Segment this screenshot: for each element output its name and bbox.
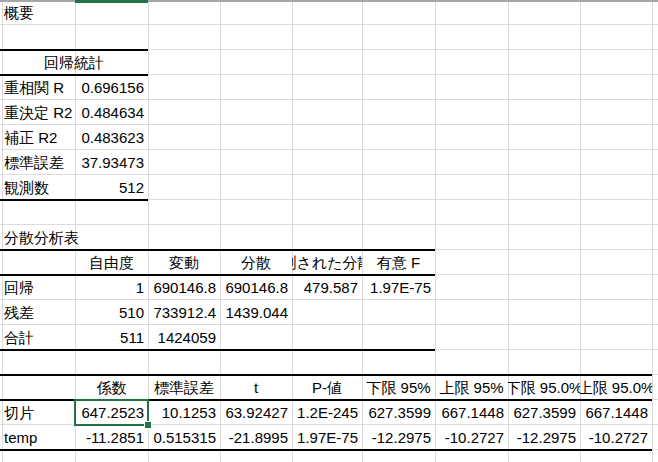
cell-d16[interactable]: t — [220, 375, 292, 400]
cell-b13[interactable]: 510 — [75, 300, 148, 325]
lower-95-0-header: 下限 95.0% — [508, 375, 580, 400]
table-row: temp -11.2851 0.515315 -21.8995 1.97E-75… — [0, 425, 652, 450]
cell-d18[interactable]: -21.8995 — [220, 425, 292, 450]
cell-e13[interactable] — [292, 300, 362, 325]
cell-a4[interactable]: 重相関 R — [0, 75, 75, 100]
cell-b12[interactable]: 1 — [75, 275, 148, 300]
cell-f12[interactable]: 1.97E-75 — [362, 275, 435, 300]
cell-c12[interactable]: 690146.8 — [148, 275, 220, 300]
cell-f16[interactable]: 下限 95% — [362, 375, 435, 400]
cell-a1[interactable]: 概要 — [0, 0, 75, 25]
cell-b6[interactable]: 0.483623 — [75, 125, 148, 150]
cell-d17[interactable]: 63.92427 — [220, 400, 292, 425]
cell-c11[interactable]: 変動 — [148, 250, 220, 275]
cell-g18[interactable]: -10.2727 — [435, 425, 508, 450]
cell-b5[interactable]: 0.484634 — [75, 100, 148, 125]
table-row: 分散分析表 — [0, 225, 148, 250]
cell-c14[interactable]: 1424059 — [148, 325, 220, 350]
cell-f18[interactable]: -12.2975 — [362, 425, 435, 450]
cell-c18[interactable]: 0.515315 — [148, 425, 220, 450]
fill-handle[interactable] — [144, 421, 152, 429]
anova-f-ratio-header: 観測された分散比 — [292, 250, 362, 275]
cell-a12[interactable]: 回帰 — [0, 275, 75, 300]
cell-a14[interactable]: 合計 — [0, 325, 75, 350]
cell-b14[interactable]: 511 — [75, 325, 148, 350]
table-row: 補正 R2 0.483623 — [0, 125, 148, 150]
cell-a16[interactable] — [0, 375, 75, 400]
cell-i18[interactable]: -10.2727 — [580, 425, 652, 450]
cell-e12[interactable]: 479.587 — [292, 275, 362, 300]
cell-a6[interactable]: 補正 R2 — [0, 125, 75, 150]
cell-a18[interactable]: temp — [0, 425, 75, 450]
cell-f14[interactable] — [362, 325, 435, 350]
table-row: 合計 511 1424059 — [0, 325, 435, 350]
cell-b8[interactable]: 512 — [75, 175, 148, 200]
cell-h16[interactable]: 下限 95.0% — [508, 375, 580, 400]
cell-a5[interactable]: 重決定 R2 — [0, 100, 75, 125]
cell-a7[interactable]: 標準誤差 — [0, 150, 75, 175]
cell-a13[interactable]: 残差 — [0, 300, 75, 325]
table-header-row: 係数 標準誤差 t P-値 下限 95% 上限 95% 下限 95.0% 上限 … — [0, 375, 652, 400]
cell-e11[interactable]: 観測された分散比 — [292, 250, 362, 275]
cell-d13[interactable]: 1439.044 — [220, 300, 292, 325]
anova-title[interactable]: 分散分析表 — [0, 225, 148, 250]
cell-b4[interactable]: 0.696156 — [75, 75, 148, 100]
cell-a17[interactable]: 切片 — [0, 400, 75, 425]
cell-f17[interactable]: 627.3599 — [362, 400, 435, 425]
cell-e17[interactable]: 1.2E-245 — [292, 400, 362, 425]
cell-h18[interactable]: -12.2975 — [508, 425, 580, 450]
cell-i16[interactable]: 上限 95.0% — [580, 375, 652, 400]
cell-b11[interactable]: 自由度 — [75, 250, 148, 275]
cell-c17[interactable]: 10.1253 — [148, 400, 220, 425]
selected-column-highlight — [75, 0, 148, 3]
cell-d11[interactable]: 分散 — [220, 250, 292, 275]
cell-b16[interactable]: 係数 — [75, 375, 148, 400]
table-row: 回帰 1 690146.8 690146.8 479.587 1.97E-75 — [0, 275, 435, 300]
cell-b7[interactable]: 37.93473 — [75, 150, 148, 175]
cell-g17[interactable]: 667.1448 — [435, 400, 508, 425]
upper-95-0-header: 上限 95.0% — [580, 375, 652, 400]
cell-d12[interactable]: 690146.8 — [220, 275, 292, 300]
cell-a11[interactable] — [0, 250, 75, 275]
cell-d14[interactable] — [220, 325, 292, 350]
table-row: 標準誤差 37.93473 — [0, 150, 148, 175]
cell-b18[interactable]: -11.2851 — [75, 425, 148, 450]
table-header-row: 自由度 変動 分散 観測された分散比 有意 F — [0, 250, 435, 275]
table-row: 重決定 R2 0.484634 — [0, 100, 148, 125]
cell-e16[interactable]: P-値 — [292, 375, 362, 400]
table-row: 重相関 R 0.696156 — [0, 75, 148, 100]
cell-c13[interactable]: 733912.4 — [148, 300, 220, 325]
table-row: 概要 — [0, 0, 75, 25]
table-row: 残差 510 733912.4 1439.044 — [0, 300, 435, 325]
cell-f13[interactable] — [362, 300, 435, 325]
cell-c16[interactable]: 標準誤差 — [148, 375, 220, 400]
cell-h17[interactable]: 627.3599 — [508, 400, 580, 425]
cell-a8[interactable]: 観測数 — [0, 175, 75, 200]
spreadsheet-grid[interactable]: 概要 回帰統計 重相関 R 0.696156 重決定 R2 0.484634 補… — [0, 0, 658, 462]
table-row: 回帰統計 — [0, 50, 148, 75]
cell-e18[interactable]: 1.97E-75 — [292, 425, 362, 450]
cell-g16[interactable]: 上限 95% — [435, 375, 508, 400]
table-row: 観測数 512 — [0, 175, 148, 200]
active-cell-border[interactable] — [74, 399, 149, 426]
regression-stats-title[interactable]: 回帰統計 — [0, 50, 148, 75]
cell-e14[interactable] — [292, 325, 362, 350]
cell-f11[interactable]: 有意 F — [362, 250, 435, 275]
cell-i17[interactable]: 667.1448 — [580, 400, 652, 425]
